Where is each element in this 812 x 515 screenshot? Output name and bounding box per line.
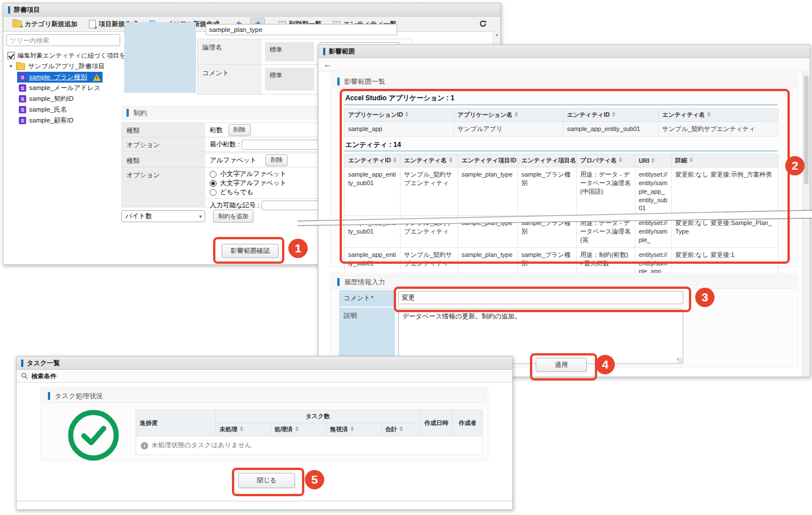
folder-icon — [16, 63, 25, 70]
add-category-button[interactable]: カテゴリ新規追加 — [7, 18, 83, 30]
column-header-label: 作成者 — [459, 419, 477, 426]
tree-item[interactable]: S sample_契約ID — [17, 93, 107, 104]
resize-handle-icon[interactable] — [677, 358, 682, 363]
task-window-titlebar: タスク一覧 — [17, 357, 512, 370]
column-header[interactable]: 合計 — [382, 423, 420, 436]
empty-message: 未処理状態のタスクはありません — [152, 441, 251, 450]
sort-icon[interactable] — [399, 426, 403, 431]
tree-item-label: sample_契約ID — [29, 95, 74, 103]
required-mark: * — [371, 295, 373, 301]
history-section-title: 履歴情報入力 — [344, 277, 385, 287]
tree-item-selected[interactable]: S sample_プラン種別 — [17, 72, 103, 83]
comment-label: コメント — [344, 295, 370, 301]
annotation-box-5 — [232, 468, 304, 496]
column-header-label: 処理済 — [275, 426, 293, 432]
option-label: オプション — [122, 167, 205, 207]
constraint-type-value: 桁数 — [210, 126, 223, 134]
dictionary-window-titlebar: 辞書項目 — [3, 3, 500, 17]
column-header-label: 未処理 — [219, 426, 238, 432]
section-accent-icon — [48, 392, 50, 400]
string-type-icon: S — [19, 95, 26, 103]
add-constraint-button[interactable]: 制約を追加 — [213, 210, 254, 223]
task-status-section-header: タスク処理状況 — [43, 389, 486, 403]
standard-label: 標準 — [265, 68, 314, 91]
back-arrow-button[interactable]: ← — [324, 60, 332, 69]
option-label: オプション — [122, 137, 205, 152]
impact-window-titlebar: 影響範囲 — [319, 45, 810, 58]
impact-navbar: ← — [319, 58, 810, 71]
sort-icon[interactable] — [240, 426, 244, 431]
column-header-label: 合計 — [385, 426, 397, 432]
column-header-label: 無視済 — [330, 426, 348, 432]
impact-window-title: 影響範囲 — [329, 47, 355, 56]
annotation-badge-3: 3 — [695, 288, 715, 307]
folder-plus-icon — [13, 21, 22, 27]
info-icon — [141, 442, 148, 449]
annotation-box-3 — [394, 287, 691, 312]
string-type-icon: S — [19, 117, 26, 124]
column-header[interactable]: 未処理 — [216, 423, 271, 436]
description-label: 説明 — [344, 312, 357, 319]
min-digits-label: 最小桁数 : — [210, 140, 239, 149]
annotation-box-4 — [530, 353, 597, 381]
screen: 辞書項目 カテゴリ新規追加 項目新規作成 エイリアス新規作成 — [0, 0, 812, 515]
tree-item-label: sample_プラン種別 — [29, 73, 87, 81]
tree-root-folder[interactable]: ▼ サンプルアプリ_辞書項目 — [7, 61, 107, 72]
standard-label: 標準 — [265, 42, 314, 62]
tree-item[interactable]: S sample_顧客ID — [17, 115, 107, 126]
expander-icon[interactable]: ▼ — [9, 64, 13, 69]
tree-item[interactable]: S sample_氏名 — [17, 104, 107, 115]
empty-message-cell: 未処理状態のタスクはありません — [136, 436, 483, 455]
annotation-box-1 — [213, 237, 284, 264]
allowed-symbols-label: 入力可能な記号 : — [210, 201, 259, 210]
column-header[interactable]: 無視済 — [327, 423, 382, 436]
column-header-label: 作成日時 — [425, 419, 448, 426]
column-header-label: タスク数 — [305, 412, 330, 419]
constraint-type-value: アルファベット — [210, 156, 256, 165]
sort-icon[interactable] — [350, 426, 354, 431]
annotation-badge-5: 5 — [305, 470, 324, 489]
delete-constraint-button[interactable]: 削除 — [228, 124, 251, 136]
dictionary-window-title: 辞書項目 — [14, 6, 40, 14]
annotation-badge-1: 1 — [288, 239, 308, 258]
refresh-button[interactable] — [479, 20, 487, 28]
radio-icon — [210, 189, 217, 196]
tree-item[interactable]: S sample_メールアドレス — [17, 83, 107, 93]
min-digits-input[interactable] — [242, 140, 330, 150]
task-status-section-title: タスク処理状況 — [55, 391, 103, 401]
history-comment-label-cell: コメント* — [339, 290, 395, 306]
tree-item-label: sample_氏名 — [29, 105, 67, 114]
comment-label: コメント — [198, 65, 262, 94]
type-label: 種類 — [122, 123, 205, 137]
annotation-badge-2: 2 — [785, 156, 805, 175]
scrollbar-thumb[interactable] — [804, 76, 809, 184]
item-id-input[interactable] — [206, 24, 397, 35]
column-header: 進捗度 — [136, 410, 216, 436]
search-condition-label: 検索条件 — [31, 372, 56, 381]
page-plus-icon — [89, 20, 96, 28]
sort-icon[interactable] — [295, 426, 299, 431]
string-type-icon: S — [19, 73, 26, 81]
task-table: 進捗度 タスク数 作成日時 作成者 未処理 処理済 無視済 合計 未処理状態のタ… — [136, 410, 483, 455]
tree-search-input[interactable] — [6, 34, 120, 46]
tree-root-label: サンプルアプリ_辞書項目 — [28, 62, 105, 71]
filter-checkbox[interactable] — [7, 52, 15, 59]
constraint-section-title: 制約 — [133, 108, 147, 118]
string-type-icon: S — [19, 84, 26, 92]
column-header: 作成者 — [453, 410, 483, 436]
column-header[interactable]: 処理済 — [271, 423, 327, 436]
table-row: 未処理状態のタスクはありません — [136, 436, 483, 455]
column-header-label: 進捗度 — [140, 419, 158, 426]
annotation-box-2 — [340, 89, 790, 264]
column-group-header: タスク数 — [216, 410, 420, 423]
column-header: 作成日時 — [420, 410, 453, 436]
section-accent-icon — [337, 278, 340, 286]
scroll-up-icon[interactable]: ▲ — [493, 31, 500, 36]
task-window-title: タスク一覧 — [27, 359, 60, 367]
search-condition-bar[interactable]: 検索条件 — [17, 370, 512, 383]
section-accent-icon — [337, 77, 340, 85]
radio-label: 小文字アルファベット — [220, 170, 287, 178]
select-value: バイト数 — [125, 212, 152, 220]
delete-constraint-button[interactable]: 削除 — [266, 154, 288, 166]
constraint-type-select[interactable]: バイト数 ▾ — [121, 210, 205, 222]
